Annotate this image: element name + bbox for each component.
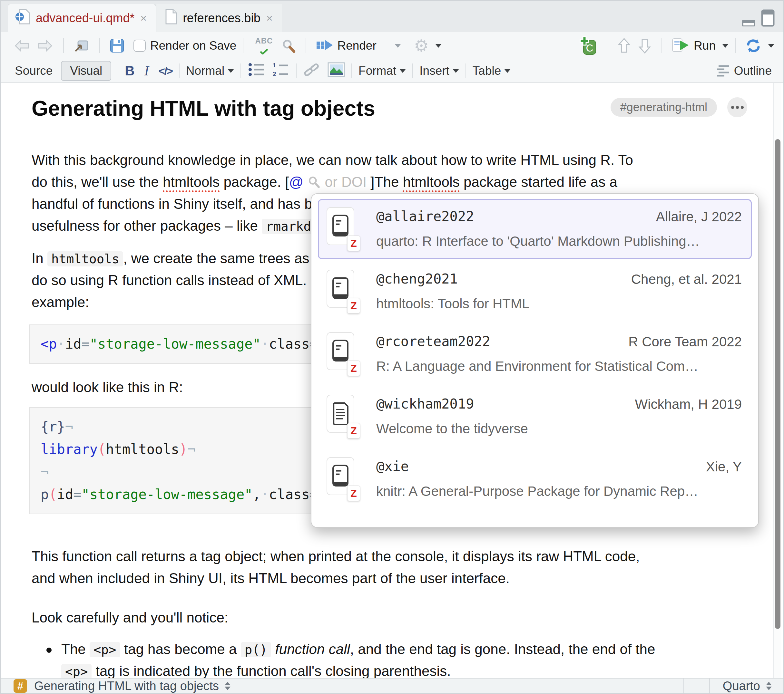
book-icon: Z — [326, 270, 354, 308]
inline-code: p() — [241, 642, 271, 657]
run-icon — [672, 38, 690, 53]
italic-button[interactable]: I — [145, 63, 149, 79]
citation-title: knitr: A General-Purpose Package for Dyn… — [376, 483, 698, 499]
bold-button[interactable]: B — [125, 63, 134, 79]
citation-item[interactable]: Z@wickham2019Wickham, H 2019Welcome to t… — [318, 386, 752, 447]
citation-title: R: A Language and Environment for Statis… — [376, 359, 698, 374]
close-icon[interactable]: × — [140, 12, 147, 25]
bulleted-list-button[interactable] — [247, 62, 265, 80]
svg-text:C: C — [586, 42, 593, 54]
paragraph-line: would look like this in R: — [31, 379, 183, 395]
table-menu-caret[interactable] — [504, 69, 511, 73]
page-title: Generating HTML with tag objects — [31, 96, 375, 120]
document-canvas[interactable]: Generating HTML with tag objects #genera… — [1, 83, 783, 678]
outline-label: Outline — [734, 64, 772, 78]
tab-advanced-ui-qmd[interactable]: advanced-ui.qmd* × — [8, 4, 156, 32]
citation-title: Welcome to the tidyverse — [376, 421, 528, 437]
citation-key: @allaire2022 — [376, 209, 474, 224]
render-on-save-checkbox[interactable] — [133, 39, 146, 52]
book-icon: Z — [326, 332, 354, 370]
render-dropdown-caret[interactable] — [395, 44, 401, 48]
scrollbar-thumb[interactable] — [775, 139, 781, 629]
editor-statusbar: # Generating HTML with tag objects Quart… — [1, 678, 783, 693]
insert-menu[interactable]: Insert — [419, 64, 450, 78]
zotero-badge: Z — [347, 360, 360, 376]
options-dropdown-caret[interactable] — [435, 44, 441, 48]
paragraph-style-caret[interactable] — [227, 69, 234, 73]
citation-popup: Z@allaire2022Allaire, J 2022quarto: R In… — [311, 193, 759, 528]
source-mode-button[interactable]: Source — [15, 64, 53, 78]
article-icon: Z — [326, 395, 354, 433]
numbered-list-button[interactable]: 12 — [272, 62, 290, 80]
zotero-badge: Z — [347, 235, 360, 251]
paragraph-line: example: — [31, 294, 89, 310]
run-previous-chunks-button[interactable] — [614, 35, 634, 56]
format-menu-caret[interactable] — [399, 69, 406, 73]
section-navigator[interactable]: Generating HTML with tag objects — [34, 679, 219, 693]
svg-text:1: 1 — [273, 62, 276, 69]
bullet-line: <p> tag is indicated by the function cal… — [61, 663, 451, 678]
citation-author: R Core Team 2022 — [628, 334, 742, 350]
citation-placeholder: or DOI — [325, 174, 367, 190]
citation-author: Allaire, J 2022 — [656, 209, 742, 225]
section-options-button[interactable] — [727, 97, 747, 117]
citation-item[interactable]: Z@cheng2021Cheng, et al. 2021htmltools: … — [318, 261, 752, 322]
visual-mode-button[interactable]: Visual — [61, 61, 111, 81]
rstudio-source-pane: advanced-ui.qmd* × references.bib × — [0, 0, 784, 694]
document-format-selector[interactable]: Quarto — [709, 679, 783, 693]
link-button[interactable] — [303, 62, 320, 80]
bullet-line: The <p> tag has become a p() function ca… — [61, 641, 656, 657]
tab-references-bib[interactable]: references.bib × — [156, 4, 282, 32]
rerun-dropdown-caret[interactable] — [768, 44, 774, 48]
back-button[interactable] — [10, 36, 33, 56]
minimize-pane-icon[interactable] — [741, 15, 756, 28]
citation-key: @xie — [376, 459, 409, 474]
paragraph-style-select[interactable]: Normal — [186, 64, 224, 78]
citation-item[interactable]: Z@allaire2022Allaire, J 2022quarto: R In… — [318, 199, 752, 259]
run-button[interactable]: Run — [669, 36, 719, 56]
file-icon — [163, 8, 178, 28]
close-icon[interactable]: × — [266, 12, 273, 25]
find-replace-button[interactable] — [278, 36, 299, 55]
visual-editor-toolbar: Source Visual B I </> Normal 12 Format I… — [1, 59, 783, 83]
editor-tabbar: advanced-ui.qmd* × references.bib × — [1, 1, 783, 32]
spellcheck-button[interactable]: ABC — [252, 35, 276, 56]
format-menu[interactable]: Format — [359, 64, 396, 78]
citation-key: @cheng2021 — [376, 271, 458, 287]
citation-item[interactable]: Z@xieXie, Yknitr: A General-Purpose Pack… — [318, 449, 752, 509]
forward-button[interactable] — [33, 36, 57, 56]
zotero-badge: Z — [347, 298, 360, 314]
run-dropdown-caret[interactable] — [722, 44, 728, 48]
rerun-button[interactable] — [742, 36, 765, 55]
open-in-new-window-button[interactable] — [70, 36, 93, 55]
citation-item[interactable]: Z@rcoreteam2022R Core Team 2022R: A Lang… — [318, 324, 752, 384]
editor-toolbar: Render on Save ABC Render ⚙ C — [1, 32, 783, 59]
insert-chunk-button[interactable]: C — [576, 35, 600, 57]
citation-key: @rcoreteam2022 — [376, 334, 490, 349]
zotero-badge: Z — [347, 485, 360, 501]
tab-label: advanced-ui.qmd* — [36, 11, 134, 25]
pane-window-buttons — [741, 9, 775, 28]
paragraph-line: and when included in Shiny UI, its HTML … — [31, 570, 510, 586]
maximize-pane-icon[interactable] — [761, 9, 775, 28]
citation-search-icon — [307, 174, 321, 190]
save-button[interactable] — [106, 36, 128, 55]
svg-text:2: 2 — [273, 71, 276, 77]
outline-toggle[interactable]: Outline — [716, 64, 772, 78]
qmd-file-icon — [15, 8, 31, 28]
section-navigator-caret[interactable] — [225, 682, 231, 690]
paragraph-line: handful of functions in Shiny itself, an… — [31, 196, 336, 212]
insert-menu-caret[interactable] — [453, 69, 459, 73]
render-options-button[interactable]: ⚙ — [411, 34, 432, 58]
inline-code-button[interactable]: </> — [159, 65, 173, 77]
citation-author: Xie, Y — [706, 459, 742, 475]
vertical-scrollbar[interactable] — [773, 83, 781, 678]
render-on-save-label: Render on Save — [150, 39, 236, 53]
citation-popup-list: Z@allaire2022Allaire, J 2022quarto: R In… — [318, 199, 752, 509]
render-button[interactable]: Render — [313, 37, 379, 55]
image-button[interactable] — [328, 62, 345, 80]
table-menu[interactable]: Table — [473, 64, 501, 78]
citation-author: Wickham, H 2019 — [635, 396, 742, 412]
citation-key: @wickham2019 — [376, 396, 474, 412]
run-next-chunk-button[interactable] — [634, 35, 655, 56]
